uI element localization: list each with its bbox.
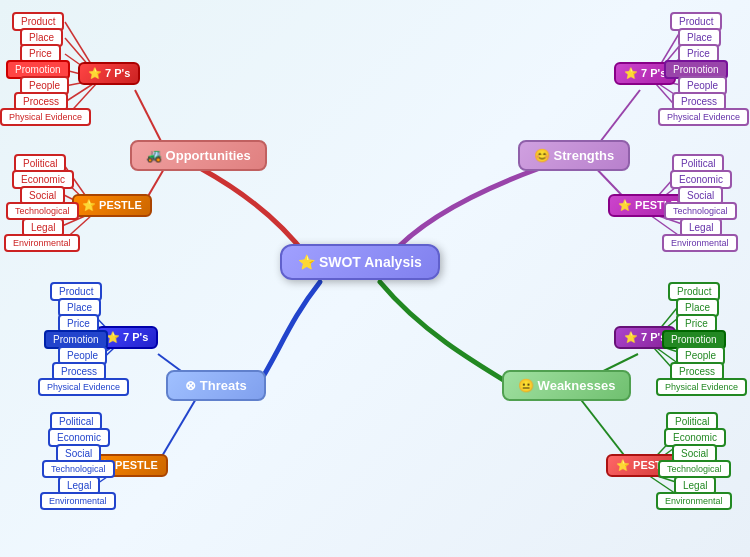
weaknesses-label: 😐 Weaknesses <box>518 378 615 393</box>
opportunities-node[interactable]: 🚜 Opportunities <box>130 140 267 171</box>
central-node[interactable]: ⭐ SWOT Analysis <box>280 244 440 280</box>
thr-leaf-physev[interactable]: Physical Evidence <box>38 378 129 396</box>
opp-leaf-physev[interactable]: Physical Evidence <box>0 108 91 126</box>
weaknesses-node[interactable]: 😐 Weaknesses <box>502 370 631 401</box>
opp-pestle-node[interactable]: ⭐ PESTLE <box>72 194 152 217</box>
svg-line-13 <box>65 82 96 102</box>
threats-node[interactable]: ⊗ Threats <box>166 370 266 401</box>
strengths-node[interactable]: 😊 Strengths <box>518 140 630 171</box>
thr-pestle-env[interactable]: Environmental <box>40 492 116 510</box>
threats-label: ⊗ Threats <box>185 378 247 393</box>
mind-map: ⭐ SWOT Analysis 🚜 Opportunities 😊 Streng… <box>0 0 750 557</box>
wkn-leaf-physev[interactable]: Physical Evidence <box>656 378 747 396</box>
opp-pestle-env[interactable]: Environmental <box>4 234 80 252</box>
str-leaf-physev[interactable]: Physical Evidence <box>658 108 749 126</box>
str-pestle-env[interactable]: Environmental <box>662 234 738 252</box>
strengths-label: 😊 Strengths <box>534 148 614 163</box>
central-label: ⭐ SWOT Analysis <box>298 254 422 270</box>
opportunities-label: 🚜 Opportunities <box>146 148 251 163</box>
wkn-pestle-env[interactable]: Environmental <box>656 492 732 510</box>
opp-7ps-node[interactable]: ⭐ 7 P's <box>78 62 140 85</box>
